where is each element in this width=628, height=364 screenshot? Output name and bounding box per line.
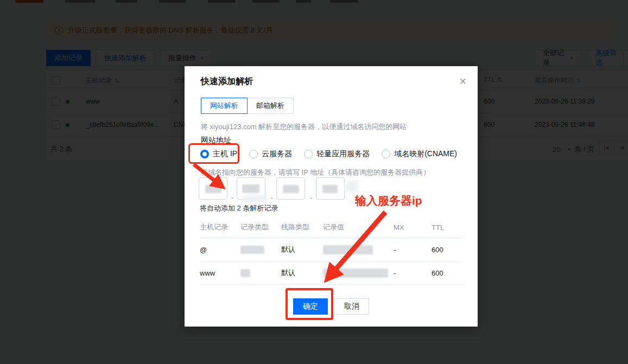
annotation-box-host-ip (188, 143, 239, 164)
tab-mail-resolution[interactable]: 邮箱解析 (247, 98, 294, 114)
redacted-value (323, 269, 388, 278)
radio-cname-label: 域名映射(CNAME) (394, 149, 457, 159)
redacted-value (205, 185, 221, 193)
dialog-description: 将 xiyouji123.com 解析至您的服务器，以便通过域名访问您的网站 (201, 122, 407, 132)
radio-lighthouse[interactable]: 轻量应用服务器 (304, 149, 370, 159)
preview-records-table: 主机记录 记录类型 线路类型 记录值 MX TTL @ 默认 - 600 (200, 219, 464, 285)
redacted-value (240, 269, 250, 277)
redacted-value (323, 245, 373, 254)
pcell-mx: - (394, 261, 432, 285)
pcell-line: 默认 (281, 261, 323, 285)
redacted-value (283, 185, 299, 193)
preview-row: @ 默认 - 600 (200, 238, 464, 261)
pcell-ttl: 600 (432, 238, 464, 261)
pcell-type (240, 238, 281, 261)
pcol-line: 线路类型 (281, 219, 323, 238)
radio-cvm[interactable]: 云服务器 (249, 149, 292, 159)
pcell-host: www (200, 261, 240, 285)
radio-cname[interactable]: 域名映射(CNAME) (382, 149, 457, 159)
pcol-mx: MX (394, 219, 432, 238)
pcell-value (323, 261, 394, 285)
pcell-line: 默认 (281, 238, 323, 261)
ip-dot: . (231, 192, 233, 200)
pcol-value: 记录值 (323, 219, 394, 238)
quick-add-dialog: 快速添加解析 ✕ 网站解析 邮箱解析 将 xiyouji123.com 解析至您… (185, 66, 478, 327)
ip-dot: . (271, 192, 273, 200)
redaction-smudge (243, 195, 268, 203)
pcell-ttl: 600 (432, 261, 464, 285)
radio-cvm-label: 云服务器 (262, 149, 292, 159)
dialog-tabs: 网站解析 邮箱解析 (201, 98, 294, 114)
redaction-smudge (345, 181, 358, 193)
pcol-type: 记录类型 (240, 219, 281, 238)
redacted-value (242, 184, 259, 193)
redacted-value (240, 246, 264, 254)
tab-website-resolution[interactable]: 网站解析 (201, 98, 248, 114)
pcell-value (323, 238, 394, 261)
annotation-box-confirm (286, 288, 333, 320)
radio-icon (304, 150, 313, 158)
pcol-ttl: TTL (432, 219, 464, 238)
cancel-button[interactable]: 取消 (334, 298, 369, 315)
radio-icon (249, 150, 258, 158)
ip-hint-text: 将域名指向您的服务器，请填写 IP 地址（具体请咨询您的服务器提供商） (201, 168, 430, 177)
dialog-title: 快速添加解析 (201, 76, 253, 87)
radio-lighthouse-label: 轻量应用服务器 (316, 149, 370, 159)
preview-row: www 默认 - 600 (200, 261, 464, 285)
screen: ! 升级正式版套餐，获得更极致的 DNS 解析服务，最低仅需 8 元/月 添加记… (0, 0, 628, 364)
ip-octet-input-3[interactable] (276, 177, 305, 200)
redacted-value (322, 185, 338, 193)
close-icon[interactable]: ✕ (459, 76, 467, 87)
pcell-type (240, 261, 281, 285)
pcell-host: @ (200, 238, 240, 261)
annotation-enter-server-ip: 输入服务器ip (355, 193, 422, 208)
auto-add-note: 将自动添加 2 条解析记录 (200, 203, 278, 213)
preview-header-row: 主机记录 记录类型 线路类型 记录值 MX TTL (200, 219, 464, 238)
pcol-host: 主机记录 (200, 219, 240, 238)
ip-dot: . (310, 192, 313, 200)
radio-icon (382, 150, 390, 158)
ip-octet-input-1[interactable] (199, 177, 227, 200)
pcell-mx: - (394, 238, 432, 261)
ip-octet-input-4[interactable] (316, 177, 345, 200)
